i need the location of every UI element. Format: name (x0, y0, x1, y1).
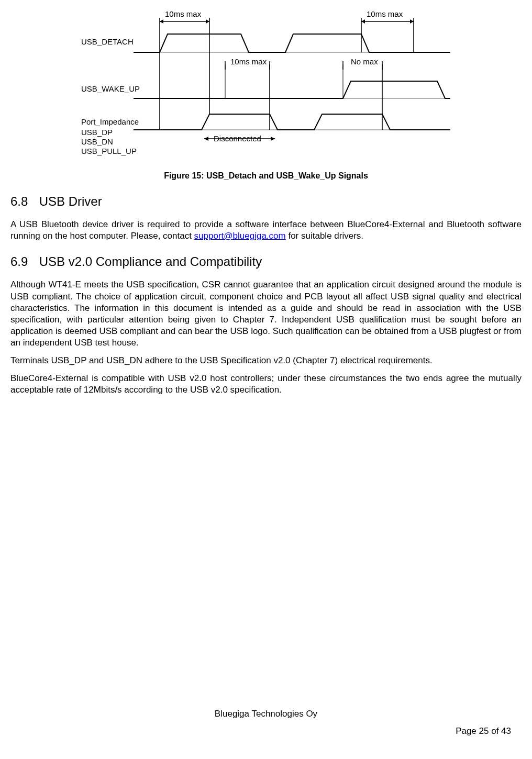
heading-6-9: 6.9 USB v2.0 Compliance and Compatibilit… (10, 253, 522, 270)
section-number: 6.8 (10, 193, 36, 209)
footer-company: Bluegiga Technologies Oy (10, 708, 522, 720)
svg-marker-4 (206, 19, 209, 24)
label-10ms-mid: 10ms max (230, 57, 267, 66)
footer-page-number: Page 25 of 43 (456, 725, 511, 737)
svg-marker-8 (361, 19, 365, 24)
paragraph: Although WT41-E meets the USB specificat… (10, 279, 522, 349)
paragraph: BlueCore4-External is compatible with US… (10, 373, 522, 396)
label-disconnected: Disconnected (214, 134, 261, 143)
paragraph: Terminals USB_DP and USB_DN adhere to th… (10, 355, 522, 366)
label-usb-detach: USB_DETACH (81, 37, 134, 46)
svg-marker-3 (160, 19, 163, 24)
paragraph-text: for suitable drivers. (286, 231, 363, 241)
heading-6-8: 6.8 USB Driver (10, 193, 522, 209)
section-number: 6.9 (10, 253, 36, 270)
label-usb-pullup: USB_PULL_UP (81, 147, 137, 155)
figure-caption: Figure 15: USB_Detach and USB_Wake_Up Si… (10, 171, 522, 182)
section-title: USB v2.0 Compliance and Compatibility (39, 254, 262, 269)
label-10ms-top-left: 10ms max (165, 10, 202, 18)
section-title: USB Driver (39, 194, 102, 208)
label-usb-wakeup: USB_WAKE_UP (81, 84, 140, 93)
svg-marker-19 (271, 137, 275, 141)
label-10ms-top-right: 10ms max (367, 10, 403, 18)
paragraph: A USB Bluetooth device driver is require… (10, 219, 522, 242)
signal-diagram: 10ms max 10ms max USB_DETACH 10ms max No… (73, 10, 450, 160)
svg-marker-18 (204, 137, 208, 141)
label-usb-dp: USB_DP (81, 128, 113, 137)
label-usb-dn: USB_DN (81, 137, 113, 146)
label-port-impedance: Port_Impedance (81, 117, 139, 126)
support-email-link[interactable]: support@bluegiga.com (194, 231, 286, 241)
svg-marker-9 (410, 19, 414, 24)
label-no-max: No max (351, 57, 378, 66)
